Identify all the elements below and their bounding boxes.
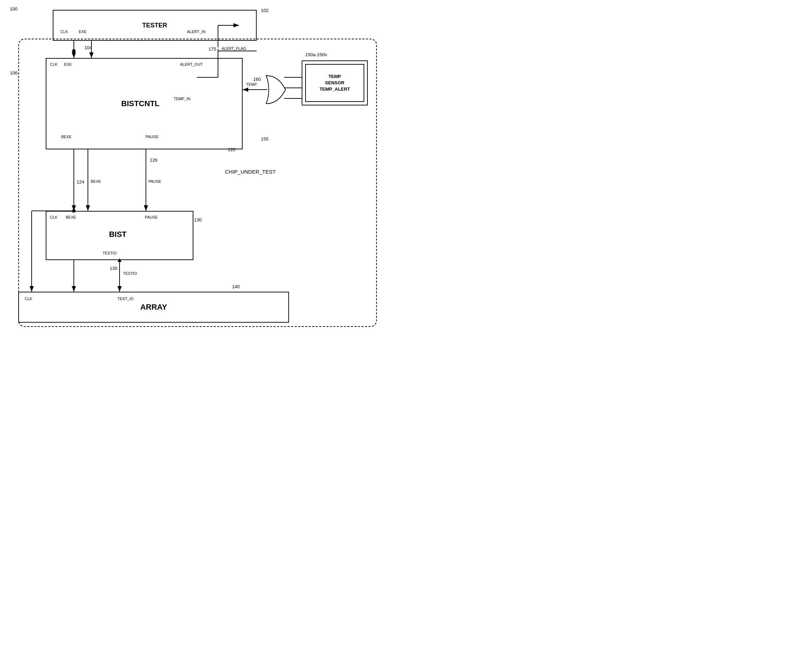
clk-bistcntl-label: CLK bbox=[50, 62, 57, 66]
ref-100: 100 bbox=[10, 6, 18, 11]
exe-tester-label: EXE bbox=[79, 30, 86, 34]
alert-flag-label: ALERT_FLAG bbox=[222, 46, 246, 51]
pause-wire-label: PAUSE bbox=[149, 179, 161, 184]
temp-label: TEMP bbox=[246, 82, 257, 86]
tester-box: TESTER CLK EXE ALERT_IN bbox=[53, 10, 257, 41]
ref-102: 102 bbox=[261, 8, 268, 13]
temp-in-label: TEMP_IN bbox=[174, 97, 190, 101]
temp-sensor-inner-box: TEMP SENSOR TEMP_ALERT bbox=[305, 64, 364, 102]
diagram-container: 100 TESTER CLK EXE ALERT_IN 102 106 CHIP… bbox=[0, 0, 394, 336]
pause-bist-label: PAUSE bbox=[145, 215, 158, 219]
clk-array-label: CLK bbox=[25, 297, 32, 301]
ref-106: 106 bbox=[10, 70, 18, 75]
exe-bistcntl-label: EXE bbox=[64, 62, 72, 66]
bexe-wire-label: BEXE bbox=[91, 179, 101, 184]
ref-155: 155 bbox=[261, 136, 268, 142]
ref-140: 140 bbox=[232, 284, 240, 289]
bist-box: CLK BEXE BIST PAUSE TESTIO bbox=[46, 211, 193, 260]
testio-wire-label: TESTIO bbox=[123, 271, 137, 276]
pause-bistcntl-label: PAUSE bbox=[145, 135, 158, 139]
ref-160: 160 bbox=[253, 77, 261, 82]
tester-title: TESTER bbox=[142, 22, 167, 29]
bistcntl-title: BISTCNTL bbox=[121, 99, 160, 108]
bexe-bistcntl-label: BEXE bbox=[61, 135, 71, 139]
ref-135: 135 bbox=[110, 266, 117, 271]
ref-120: 120 bbox=[228, 147, 236, 152]
test-io-label: TEST_IO bbox=[117, 297, 134, 301]
bistcntl-box: CLK EXE ALERT_OUT BISTCNTL TEMP_IN BEXE … bbox=[46, 58, 243, 149]
ref-130: 130 bbox=[194, 217, 202, 222]
array-title: ARRAY bbox=[140, 303, 167, 312]
alert-in-label: ALERT_IN bbox=[187, 30, 205, 34]
testio-bist-label: TESTIO bbox=[103, 251, 117, 255]
bexe-bist-label: BEXE bbox=[66, 215, 76, 219]
bist-title: BIST bbox=[109, 230, 126, 239]
temp-sensor-label: TEMP SENSOR TEMP_ALERT bbox=[319, 73, 350, 93]
clk-tester-label: CLK bbox=[61, 30, 68, 34]
chip-under-test-label: CHIP_UNDER_TEST bbox=[225, 169, 276, 175]
alert-out-label: ALERT_OUT bbox=[180, 62, 203, 66]
or-gate-svg bbox=[264, 74, 289, 105]
clk-bist-label: CLK bbox=[50, 215, 57, 219]
ref-124: 124 bbox=[77, 179, 85, 185]
ref-150: 150a-150n bbox=[305, 52, 327, 57]
ref-104: 104 bbox=[85, 45, 92, 50]
ref-175: 175 bbox=[209, 46, 216, 52]
ref-126: 126 bbox=[150, 158, 158, 163]
array-box: CLK TEST_IO ARRAY bbox=[18, 292, 289, 322]
